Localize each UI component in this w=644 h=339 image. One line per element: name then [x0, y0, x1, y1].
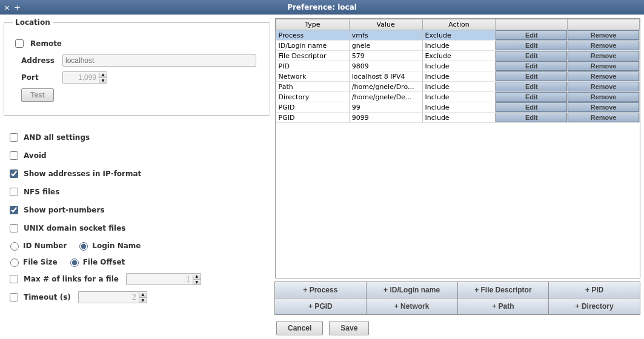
remove-button[interactable]: Remove — [568, 82, 639, 91]
file-radio-row: File Size File Offset — [7, 257, 267, 267]
cell-value: vmfs — [349, 30, 422, 41]
remove-button[interactable]: Remove — [568, 113, 639, 122]
cell-action: Include — [422, 41, 496, 51]
window-title: Preference: local — [28, 3, 616, 12]
cell-type: Process — [276, 30, 350, 41]
add-network-button[interactable]: + Network — [366, 298, 458, 315]
remote-checkbox[interactable] — [15, 39, 24, 48]
remove-button[interactable]: Remove — [568, 41, 639, 50]
file-offset-label: File Offset — [83, 258, 125, 266]
timeout-spin-up[interactable]: ▲ — [139, 291, 147, 297]
add-id-login-name-button[interactable]: + ID/Login name — [366, 281, 458, 298]
edit-button[interactable]: Edit — [496, 82, 567, 91]
timeout-spin-down[interactable]: ▼ — [139, 297, 147, 304]
maxlinks-spinner: ▲▼ — [126, 273, 201, 285]
options-group: AND all settings Avoid Show addresses in… — [4, 125, 270, 309]
edit-button[interactable]: Edit — [496, 41, 567, 50]
location-legend: Location — [13, 18, 53, 27]
maximize-icon[interactable]: + — [14, 3, 21, 12]
col-value[interactable]: Value — [349, 19, 422, 30]
table-row[interactable]: File Descriptor579ExcludeEditRemove — [276, 51, 640, 61]
left-panel: Location Remote Address Port ▲ ▼ — [4, 18, 270, 335]
port-spin-down[interactable]: ▼ — [99, 77, 107, 84]
file-size-radio[interactable] — [10, 258, 19, 267]
ports-checkbox[interactable] — [10, 206, 18, 214]
add-pgid-button[interactable]: + PGID — [274, 298, 367, 315]
dialog-buttons: Cancel Save — [275, 321, 640, 335]
col-edit[interactable] — [496, 19, 568, 30]
edit-button[interactable]: Edit — [496, 61, 567, 71]
cell-value: /home/gnele/De... — [349, 92, 422, 102]
edit-button[interactable]: Edit — [496, 51, 567, 61]
test-row: Test — [13, 88, 261, 102]
nfs-checkbox[interactable] — [10, 188, 18, 196]
edit-button[interactable]: Edit — [496, 102, 567, 112]
port-row: Port ▲ ▼ — [13, 71, 261, 84]
avoid-checkbox[interactable] — [10, 151, 18, 160]
avoid-label: Avoid — [24, 151, 47, 160]
cell-type: Network — [276, 71, 350, 82]
unix-checkbox[interactable] — [10, 224, 18, 232]
cell-action: Exclude — [422, 30, 496, 41]
maxlinks-checkbox[interactable] — [10, 275, 18, 283]
add-process-button[interactable]: + Process — [274, 281, 367, 298]
cell-type: File Descriptor — [276, 51, 350, 61]
maxlinks-spin-down[interactable]: ▼ — [193, 279, 201, 286]
save-button[interactable]: Save — [329, 321, 369, 335]
col-type[interactable]: Type — [276, 19, 350, 30]
address-label: Address — [21, 56, 58, 65]
id-number-radio[interactable] — [10, 242, 19, 251]
remove-button[interactable]: Remove — [568, 51, 639, 61]
cell-type: Path — [276, 82, 350, 92]
port-spin-up[interactable]: ▲ — [99, 71, 107, 77]
port-input[interactable] — [62, 71, 99, 84]
maxlinks-input[interactable] — [126, 273, 193, 285]
cell-action: Include — [422, 92, 496, 102]
maxlinks-spin-up[interactable]: ▲ — [193, 273, 201, 279]
unix-label: UNIX domain socket files — [24, 224, 125, 232]
edit-button[interactable]: Edit — [496, 92, 567, 102]
remove-button[interactable]: Remove — [568, 30, 639, 40]
table-row[interactable]: Networklocalhost 8 IPV4IncludeEditRemove — [276, 71, 640, 82]
edit-button[interactable]: Edit — [496, 30, 567, 40]
add-path-button[interactable]: + Path — [457, 298, 549, 315]
add-file-descriptor-button[interactable]: + File Descriptor — [457, 281, 549, 298]
table-row[interactable]: Path/home/gnele/Dro...IncludeEditRemove — [276, 82, 640, 92]
table-row[interactable]: ProcessvmfsExcludeEditRemove — [276, 30, 640, 41]
add-pid-button[interactable]: + PID — [548, 281, 640, 298]
login-name-label: Login Name — [92, 242, 141, 250]
ipformat-checkbox[interactable] — [10, 170, 18, 178]
col-remove[interactable] — [568, 19, 640, 30]
table-row[interactable]: PGID99IncludeEditRemove — [276, 102, 640, 113]
timeout-label: Timeout (s) — [24, 293, 71, 301]
table-row[interactable]: PID9809IncludeEditRemove — [276, 61, 640, 71]
file-offset-radio[interactable] — [70, 258, 79, 267]
cancel-button[interactable]: Cancel — [276, 321, 323, 335]
col-action[interactable]: Action — [422, 19, 496, 30]
timeout-row: Timeout (s) ▲▼ — [7, 291, 267, 303]
and-all-checkbox[interactable] — [10, 133, 18, 142]
table-row[interactable]: Directory/home/gnele/De...IncludeEditRem… — [276, 92, 640, 102]
address-input[interactable] — [62, 54, 256, 67]
table-row[interactable]: PGID9099IncludeEditRemove — [276, 113, 640, 123]
titlebar: × + Preference: local — [0, 0, 644, 15]
remove-button[interactable]: Remove — [568, 71, 639, 81]
cell-action: Include — [422, 61, 496, 71]
remove-button[interactable]: Remove — [568, 61, 639, 71]
edit-button[interactable]: Edit — [496, 71, 567, 81]
login-name-radio[interactable] — [79, 242, 88, 251]
cell-value: localhost 8 IPV4 — [349, 71, 422, 82]
cell-action: Include — [422, 71, 496, 82]
remove-button[interactable]: Remove — [568, 102, 639, 112]
test-button[interactable]: Test — [21, 88, 54, 102]
timeout-input[interactable] — [78, 291, 139, 303]
timeout-checkbox[interactable] — [10, 293, 18, 301]
cell-action: Include — [422, 102, 496, 113]
cell-value: /home/gnele/Dro... — [349, 82, 422, 92]
cell-type: Directory — [276, 92, 350, 102]
remove-button[interactable]: Remove — [568, 92, 639, 102]
close-icon[interactable]: × — [4, 3, 10, 12]
add-directory-button[interactable]: + Directory — [548, 298, 640, 315]
edit-button[interactable]: Edit — [496, 113, 567, 122]
table-row[interactable]: ID/Login namegneleIncludeEditRemove — [276, 41, 640, 51]
